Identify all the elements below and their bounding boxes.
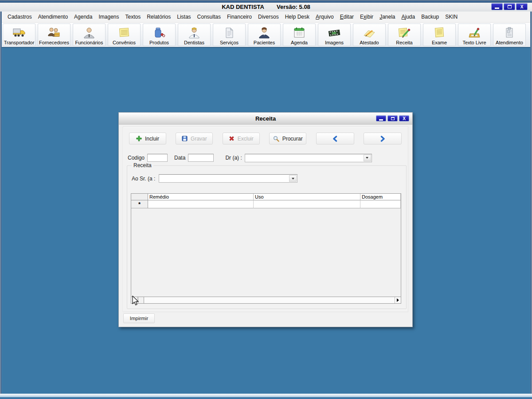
toolbar-button-dentistas[interactable]: Dentistas	[178, 23, 211, 46]
menu-consultas[interactable]: Consultas	[194, 12, 224, 21]
next-record-button[interactable]	[364, 133, 402, 145]
data-input[interactable]	[188, 154, 214, 162]
main-window-title: KAD DENTISTA Versão: 5.08	[222, 4, 310, 12]
ao-sr-combobox[interactable]	[159, 174, 297, 183]
menu-editar[interactable]: Editar	[337, 12, 357, 21]
toolbar-button-atestado[interactable]: Atestado	[353, 23, 386, 46]
grid-column-header-dosagem[interactable]: Dosagem	[360, 194, 401, 200]
toolbar-button-produtos[interactable]: Produtos	[143, 23, 176, 46]
receita-window-controls: X	[376, 115, 409, 121]
scrollbar-thumb[interactable]	[138, 297, 144, 303]
menu-financeiro[interactable]: Financeiro	[224, 12, 255, 21]
menu-label-accel: E	[340, 14, 344, 20]
receita-maximize-button[interactable]	[387, 115, 398, 121]
menu-label-pre: E	[360, 14, 364, 20]
receita-window-title: Receita	[255, 115, 276, 122]
main-titlebar[interactable]: KAD DENTISTA Versão: 5.08 X	[0, 0, 532, 12]
dr-label: Dr (a) :	[225, 155, 242, 161]
receita-groupbox: Receita Ao Sr. (a : Remédio Uso Dosagem	[127, 165, 407, 309]
agreements-note-icon	[117, 26, 131, 40]
grid-new-row-marker[interactable]: *	[131, 200, 148, 208]
menu-skin[interactable]: SKIN	[442, 12, 461, 21]
menu-agenda[interactable]: Agenda	[71, 12, 95, 21]
ao-sr-label: Ao Sr. (a :	[132, 176, 155, 182]
search-icon	[273, 136, 279, 142]
ao-sr-combobox-dropdown-button[interactable]	[289, 175, 297, 182]
toolbar-button-funcionarios[interactable]: Funcionários	[73, 23, 106, 46]
menu-textos[interactable]: Textos	[122, 12, 144, 21]
toolbar-button-imagens[interactable]: Imagens	[318, 23, 351, 46]
plus-icon	[136, 136, 142, 141]
grid-column-header-uso[interactable]: Uso	[254, 194, 360, 200]
window-frame-right	[530, 12, 532, 399]
grid-horizontal-scrollbar[interactable]	[131, 297, 401, 303]
procurar-button[interactable]: Procurar	[269, 133, 306, 145]
patient-icon	[257, 26, 271, 40]
toolbar-button-label: Texto Livre	[462, 40, 486, 45]
menubar: Cadastros Atendimento Agenda Imagens Tex…	[2, 12, 530, 23]
codigo-label: Codigo	[128, 155, 145, 161]
dr-combobox-dropdown-button[interactable]	[364, 155, 371, 161]
grid-cell-uso[interactable]	[254, 200, 360, 208]
toolbar-button-exame[interactable]: Exame	[423, 23, 456, 46]
minimize-button[interactable]	[491, 3, 503, 10]
toolbar-button-receita[interactable]: Receita	[388, 23, 421, 46]
close-icon: X	[520, 4, 524, 9]
grid-cell-dosagem[interactable]	[360, 200, 401, 208]
menu-diversos[interactable]: Diversos	[255, 12, 282, 21]
incluir-button[interactable]: Incluir	[129, 133, 166, 145]
procurar-label: Procurar	[282, 136, 303, 142]
toolbar-button-label: Serviços	[220, 40, 239, 45]
menu-listas[interactable]: Listas	[174, 12, 194, 21]
app-title: KAD DENTISTA	[222, 4, 264, 10]
menu-cadastros[interactable]: Cadastros	[4, 12, 35, 21]
menu-ajuda[interactable]: Ajuda	[399, 12, 419, 21]
menu-label-accel: A	[316, 14, 319, 20]
close-button[interactable]: X	[516, 3, 528, 10]
toolbar-button-pacientes[interactable]: Pacientes	[248, 23, 281, 46]
menu-label-post: rquivo	[319, 14, 334, 20]
menu-arquivo[interactable]: Arquivo	[313, 12, 337, 21]
maximize-button[interactable]	[504, 3, 515, 10]
scrollbar-right-button[interactable]	[395, 297, 401, 303]
minimize-icon	[379, 119, 383, 121]
free-text-pencil-icon	[467, 26, 481, 40]
scrollbar-left-button[interactable]	[131, 297, 137, 303]
menu-imagens[interactable]: Imagens	[95, 12, 122, 21]
toolbar-button-label: Dentistas	[184, 40, 204, 45]
dr-combobox[interactable]	[245, 154, 372, 162]
grid-new-row: *	[131, 200, 401, 208]
app-version: Versão: 5.08	[277, 4, 310, 10]
gravar-button[interactable]: Gravar	[176, 133, 213, 145]
incluir-label: Incluir	[145, 136, 159, 142]
toolbar-button-transportador[interactable]: Transportador	[3, 23, 35, 46]
previous-record-button[interactable]	[316, 133, 354, 145]
excluir-button[interactable]: Excluir	[223, 133, 260, 145]
menu-janela[interactable]: Janela	[376, 12, 398, 21]
menu-exibir[interactable]: Exibir	[357, 12, 376, 21]
menu-atendimento[interactable]: Atendimento	[35, 12, 71, 21]
menu-help-desk[interactable]: Help Desk	[282, 12, 313, 21]
toolbar-button-texto-livre[interactable]: Texto Livre	[458, 23, 491, 46]
receita-titlebar[interactable]: Receita X	[119, 113, 412, 125]
toolbar-button-atendimento[interactable]: Atendimento	[493, 23, 526, 46]
menu-relatorios[interactable]: Relatórios	[144, 12, 174, 21]
menu-backup[interactable]: Backup	[418, 12, 442, 21]
codigo-input[interactable]	[147, 154, 168, 162]
grid-column-header-remedio[interactable]: Remédio	[148, 194, 254, 200]
toolbar-button-label: Funcionários	[75, 40, 103, 45]
receita-close-button[interactable]: X	[399, 115, 409, 121]
employee-icon	[82, 26, 96, 40]
toolbar-button-label: Atendimento	[496, 40, 523, 45]
imprimir-button[interactable]: Impirmir	[123, 313, 155, 323]
toolbar-button-fornecedores[interactable]: Fornecedores	[38, 23, 70, 46]
chevron-down-icon	[366, 157, 368, 159]
toolbar-button-convenios[interactable]: Convênios	[108, 23, 141, 46]
toolbar-button-servicos[interactable]: Serviços	[213, 23, 246, 46]
grid-cell-remedio[interactable]	[148, 200, 254, 208]
minimize-icon	[495, 8, 499, 9]
menu-label-post: juda	[405, 14, 415, 20]
toolbar-button-agenda[interactable]: Agenda	[283, 23, 316, 46]
toolbar-button-label: Agenda	[291, 40, 308, 45]
receita-minimize-button[interactable]	[376, 115, 386, 121]
